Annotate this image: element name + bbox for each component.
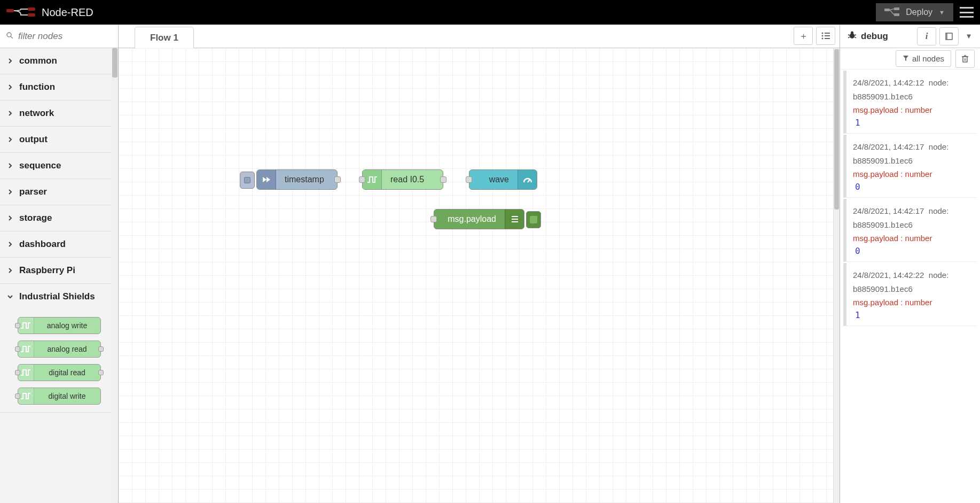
debug-message-topic: msg.payload : number: [853, 298, 970, 307]
svg-line-23: [854, 37, 856, 38]
chevron-right-icon: [7, 266, 14, 275]
chevron-right-icon: [7, 214, 14, 222]
help-tab-button[interactable]: [939, 27, 959, 45]
canvas-scrollbar[interactable]: [833, 48, 840, 503]
input-port[interactable]: [466, 176, 472, 183]
palette-category-label: dashboard: [19, 239, 66, 250]
palette-category-header[interactable]: storage: [0, 205, 118, 231]
palette-category-header[interactable]: parser: [0, 179, 118, 205]
deploy-label: Deploy: [906, 7, 932, 17]
svg-line-14: [528, 180, 530, 182]
input-port[interactable]: [15, 346, 20, 352]
palette-category: function: [0, 74, 118, 100]
debug-toggle-button[interactable]: [526, 211, 541, 228]
debug-message-value: 0: [853, 182, 970, 192]
palette-category-label: parser: [19, 187, 47, 197]
palette-node[interactable]: analog read: [18, 341, 101, 358]
palette-node[interactable]: analog write: [18, 317, 101, 334]
input-port[interactable]: [359, 176, 365, 183]
palette-category-label: network: [19, 108, 54, 119]
palette-category-header[interactable]: output: [0, 127, 118, 152]
output-port[interactable]: [98, 346, 104, 352]
palette-category: network: [0, 100, 118, 127]
svg-rect-17: [512, 221, 518, 222]
output-port[interactable]: [440, 176, 446, 183]
chevron-down-icon: [7, 292, 14, 301]
chevron-down-icon: ▼: [939, 9, 945, 16]
chevron-right-icon: [7, 161, 14, 170]
list-flows-button[interactable]: [816, 27, 835, 45]
app-header: Node-RED Deploy ▼: [0, 0, 980, 25]
palette-category-header[interactable]: function: [0, 74, 118, 100]
debug-message-topic: msg.payload : number: [853, 234, 970, 243]
svg-line-22: [848, 37, 850, 38]
deploy-button[interactable]: Deploy ▼: [876, 3, 953, 21]
debug-message-value: 1: [853, 310, 970, 320]
palette-scrollbar[interactable]: [112, 48, 118, 503]
debug-message[interactable]: 24/8/2021, 14:42:22 node: b8859091.b1ec6…: [843, 263, 977, 326]
debug-message-topic: msg.payload : number: [853, 105, 970, 114]
debug-message[interactable]: 24/8/2021, 14:42:17 node: b8859091.b1ec6…: [843, 135, 977, 198]
palette-category: parser: [0, 179, 118, 205]
palette-node[interactable]: digital read: [18, 364, 101, 381]
palette-category: common: [0, 48, 118, 74]
dashboard-chart-node[interactable]: wave: [469, 169, 537, 190]
palette-category-header[interactable]: common: [0, 48, 118, 74]
gauge-icon: [518, 170, 537, 189]
clear-debug-button[interactable]: [955, 50, 975, 68]
svg-rect-1: [28, 7, 35, 11]
svg-rect-15: [512, 216, 518, 217]
palette-node[interactable]: digital write: [18, 388, 101, 405]
sidebar-tabs: debug i ▼: [840, 25, 980, 48]
inject-trigger-button[interactable]: [240, 172, 255, 189]
filter-nodes-input[interactable]: [6, 31, 112, 42]
add-flow-button[interactable]: ＋: [794, 27, 813, 45]
palette-category-header[interactable]: dashboard: [0, 231, 118, 257]
bug-icon: [848, 30, 857, 42]
debug-tab[interactable]: debug: [844, 30, 914, 42]
svg-rect-13: [825, 38, 830, 39]
palette-category-header[interactable]: Industrial Shields: [0, 284, 118, 309]
svg-point-19: [851, 31, 853, 34]
flow-canvas[interactable]: timestamp read I0.5 wave: [119, 48, 840, 503]
filter-nodes-container: [0, 25, 118, 48]
output-port[interactable]: [334, 176, 341, 183]
workspace-tabs: Flow 1 ＋: [119, 25, 840, 48]
palette-node-label: digital write: [34, 392, 100, 400]
sidebar-menu-button[interactable]: ▼: [962, 27, 976, 45]
debug-filter-button[interactable]: all nodes: [896, 50, 951, 67]
info-tab-button[interactable]: i: [917, 27, 936, 45]
pulse-icon: [18, 318, 34, 334]
debug-message[interactable]: 24/8/2021, 14:42:12 node: b8859091.b1ec6…: [843, 71, 977, 134]
chevron-right-icon: [7, 135, 14, 144]
palette-category-label: common: [19, 56, 57, 66]
palette-category-header[interactable]: network: [0, 100, 118, 126]
svg-rect-0: [6, 9, 14, 12]
debug-message-value: 0: [853, 246, 970, 256]
debug-message[interactable]: 24/8/2021, 14:42:17 node: b8859091.b1ec6…: [843, 199, 977, 262]
inject-node[interactable]: timestamp: [256, 169, 338, 190]
output-port[interactable]: [98, 370, 104, 375]
svg-point-12: [822, 38, 824, 40]
pulse-icon: [18, 388, 34, 404]
input-port[interactable]: [430, 216, 437, 222]
svg-rect-5: [894, 13, 899, 16]
deploy-icon: [884, 7, 899, 17]
digital-read-node[interactable]: read I0.5: [362, 169, 443, 190]
palette-category-header[interactable]: sequence: [0, 153, 118, 179]
debug-node[interactable]: msg.payload: [434, 209, 524, 229]
input-port[interactable]: [15, 370, 20, 375]
chevron-right-icon: [7, 188, 14, 196]
svg-line-21: [854, 35, 856, 35]
app-title: Node-RED: [42, 6, 93, 19]
input-port[interactable]: [15, 323, 20, 328]
flow-tab[interactable]: Flow 1: [135, 27, 194, 48]
filter-icon: [903, 54, 909, 63]
debug-sidebar: debug i ▼ all nodes 24/8/2021, 14:42:12 …: [840, 25, 980, 503]
palette-category-label: Industrial Shields: [19, 291, 95, 302]
menu-button[interactable]: [960, 7, 974, 18]
chevron-right-icon: [7, 83, 14, 91]
palette-category: sequence: [0, 153, 118, 179]
input-port[interactable]: [15, 393, 20, 399]
palette-category-header[interactable]: Raspberry Pi: [0, 258, 118, 283]
